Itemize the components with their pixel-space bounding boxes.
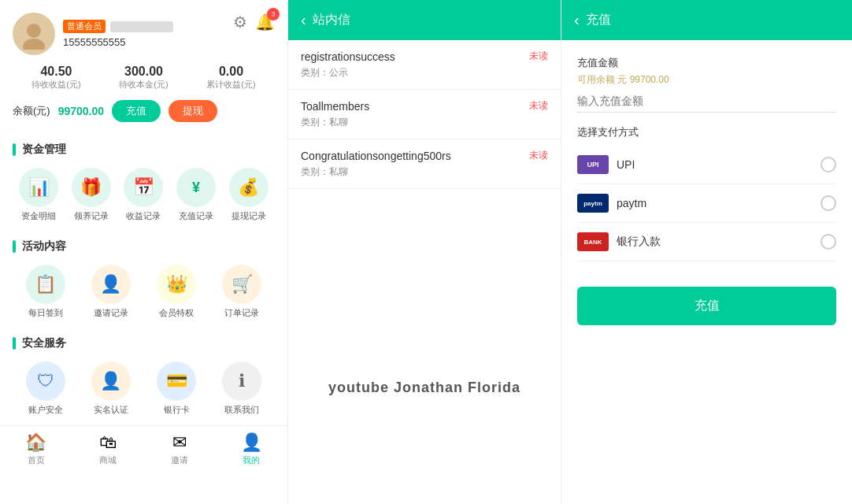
payment-option-upi[interactable]: UPI UPI — [577, 146, 836, 184]
finance-item-0[interactable]: 📊 资金明细 — [19, 168, 58, 222]
amount-label: 充值金额 — [577, 56, 836, 70]
payment-left-paytm: paytm paytm — [577, 194, 646, 213]
finance-item-2[interactable]: 📅 收益记录 — [124, 168, 163, 222]
security-item-3[interactable]: ℹ 联系我们 — [222, 361, 261, 416]
activity-item-3[interactable]: 🛒 订单记录 — [222, 265, 261, 319]
activity-item-1[interactable]: 👤 邀请记录 — [91, 265, 131, 319]
activity-icon-1: 👤 — [91, 265, 131, 304]
message-category-0: 类别：公示 — [301, 66, 548, 80]
security-label-0: 账户安全 — [28, 404, 63, 416]
profile-section: 普通会员 15555555555 ⚙ 🔔 3 40.50 待收收益(元) — [0, 0, 287, 135]
stat-income-value: 40.50 — [31, 65, 80, 79]
svg-point-1 — [23, 39, 45, 50]
avatar — [13, 13, 55, 55]
paytm-logo: paytm — [577, 194, 609, 213]
security-icon-1: 👤 — [91, 361, 131, 401]
activity-item-0[interactable]: 📋 每日签到 — [26, 265, 65, 319]
security-label-1: 实名认证 — [94, 404, 128, 416]
activity-icon-0: 📋 — [26, 265, 65, 304]
stat-cumulative-label: 累计收益(元) — [206, 79, 255, 91]
paytm-name: paytm — [617, 197, 646, 209]
payment-section: 选择支付方式 UPI UPI paytm paytm — [577, 125, 836, 261]
security-item-0[interactable]: 🛡 账户安全 — [26, 361, 65, 416]
nav-home-label: 首页 — [28, 454, 45, 466]
payment-left-bank: BANK 银行入款 — [577, 232, 661, 251]
message-title-0: registrationsuccess — [301, 50, 395, 63]
message-item-0[interactable]: registrationsuccess 未读 类别：公示 — [288, 40, 561, 90]
activity-label-3: 订单记录 — [224, 307, 259, 319]
messages-back-arrow[interactable]: ‹ — [301, 11, 306, 29]
stats-row: 40.50 待收收益(元) 300.00 待收本金(元) 0.00 累计收益(元… — [13, 65, 275, 91]
bottom-nav: 🏠 首页 🛍 商城 ✉ 邀请 👤 我的 — [0, 425, 287, 469]
withdraw-button[interactable]: 提现 — [169, 100, 217, 122]
nav-home[interactable]: 🏠 首页 — [13, 432, 60, 466]
nav-mine[interactable]: 👤 我的 — [228, 432, 275, 466]
security-item-1[interactable]: 👤 实名认证 — [91, 361, 131, 416]
activity-icon-3: 🛒 — [222, 265, 261, 304]
name-bar — [110, 21, 173, 32]
security-label-3: 联系我们 — [224, 404, 259, 416]
balance-label: 余额(元) — [13, 104, 50, 118]
finance-grid: 📊 资金明细 🎁 领养记录 📅 收益记录 ¥ 充值记录 💰 提现记录 — [0, 161, 287, 232]
message-category-2: 类别：私聊 — [301, 165, 548, 179]
finance-item-3[interactable]: ¥ 充值记录 — [176, 168, 216, 222]
stat-cumulative-value: 0.00 — [206, 65, 255, 79]
recharge-submit-button[interactable]: 充值 — [577, 287, 836, 325]
message-title-1: Toallmembers — [301, 100, 369, 113]
member-badge: 普通会员 — [63, 20, 106, 33]
invite-icon: ✉ — [172, 432, 187, 453]
phone-number: 15555555555 — [63, 36, 275, 48]
message-category-1: 类别：私聊 — [301, 116, 548, 129]
finance-item-4[interactable]: 💰 提现记录 — [229, 168, 269, 222]
message-item-1[interactable]: Toallmembers 未读 类别：私聊 — [288, 90, 561, 139]
finance-icon-4: 💰 — [229, 168, 269, 207]
finance-icon-1: 🎁 — [72, 168, 111, 207]
message-item-2[interactable]: Congratulationsongetting500rs 未读 类别：私聊 — [288, 139, 561, 189]
payment-option-bank[interactable]: BANK 银行入款 — [577, 223, 836, 261]
settings-icon[interactable]: ⚙ — [233, 13, 247, 32]
payment-option-paytm[interactable]: paytm paytm — [577, 184, 836, 223]
activity-item-2[interactable]: 👑 会员特权 — [157, 265, 196, 319]
notification-icon[interactable]: 🔔 3 — [255, 13, 275, 32]
bank-radio[interactable] — [821, 234, 836, 250]
finance-icon-3: ¥ — [176, 168, 216, 207]
payment-label: 选择支付方式 — [577, 125, 836, 139]
finance-item-1[interactable]: 🎁 领养记录 — [72, 168, 111, 222]
stat-cumulative: 0.00 累计收益(元) — [206, 65, 255, 91]
finance-icon-2: 📅 — [124, 168, 163, 207]
shop-icon: 🛍 — [99, 432, 117, 453]
stat-principal-label: 待收本金(元) — [119, 79, 168, 91]
mine-icon: 👤 — [241, 432, 262, 453]
notification-badge: 3 — [267, 8, 280, 20]
amount-input[interactable] — [577, 90, 836, 113]
security-section-header: 安全服务 — [0, 328, 287, 355]
promo-text: youtube Jonathan Florida — [288, 272, 561, 505]
activities-section-header: 活动内容 — [0, 232, 287, 258]
amount-field-group: 充值金额 可用余额 元 99700.00 — [577, 56, 836, 113]
bank-name: 银行入款 — [617, 235, 661, 249]
recharge-header: ‹ 充值 — [561, 0, 852, 40]
top-right-icons: ⚙ 🔔 3 — [233, 13, 275, 32]
activity-label-0: 每日签到 — [28, 307, 63, 319]
finance-label-4: 提现记录 — [232, 210, 266, 222]
nav-invite[interactable]: ✉ 邀请 — [156, 432, 203, 466]
finance-section-header: 资金管理 — [0, 135, 287, 161]
finance-label-3: 充值记录 — [179, 210, 213, 222]
security-icon-2: 💳 — [157, 361, 196, 401]
nav-shop[interactable]: 🛍 商城 — [84, 432, 132, 466]
paytm-radio[interactable] — [821, 195, 836, 211]
security-icon-0: 🛡 — [26, 361, 65, 401]
right-panel: ‹ 充值 充值金额 可用余额 元 99700.00 选择支付方式 UPI UPI — [561, 0, 852, 504]
recharge-button[interactable]: 充值 — [112, 100, 161, 122]
message-status-2: 未读 — [529, 149, 548, 162]
stat-principal: 300.00 待收本金(元) — [119, 65, 168, 91]
recharge-title: 充值 — [586, 12, 611, 28]
activity-label-1: 邀请记录 — [94, 307, 128, 319]
finance-icon-0: 📊 — [19, 168, 58, 207]
messages-header: ‹ 站内信 — [288, 0, 561, 40]
finance-label-0: 资金明细 — [21, 210, 56, 222]
message-status-0: 未读 — [529, 50, 548, 63]
upi-radio[interactable] — [821, 157, 836, 172]
security-item-2[interactable]: 💳 银行卡 — [157, 361, 196, 416]
recharge-back-arrow[interactable]: ‹ — [574, 11, 580, 29]
